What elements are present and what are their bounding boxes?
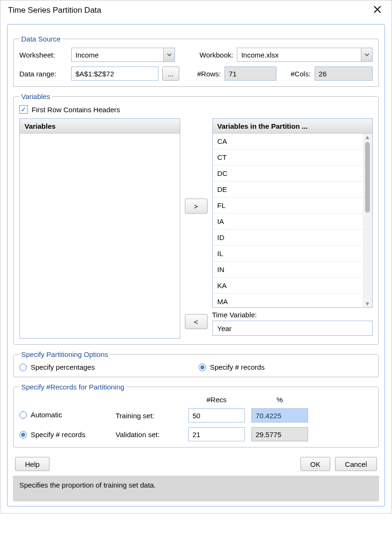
partition-variables-items: CA CT DC DE FL IA ID IL IN KA MA [213, 133, 363, 307]
validation-pct-value: 29.5775 [251, 427, 308, 441]
dialog-body: Data Source Worksheet: Income Workbook: … [0, 24, 392, 513]
data-source-legend: Data Source [19, 35, 62, 43]
ok-button[interactable]: OK [300, 457, 331, 471]
available-variables-header: Variables [19, 118, 180, 133]
training-recs-input[interactable] [188, 408, 245, 422]
specify-records-manual-radio[interactable]: Specify # records [19, 431, 85, 439]
radio-icon [19, 364, 27, 371]
list-item[interactable]: KA [213, 278, 363, 294]
pct-header: % [251, 396, 308, 404]
cancel-button[interactable]: Cancel [335, 457, 377, 471]
workbook-value: Income.xlsx [241, 51, 278, 59]
first-row-headers-checkbox[interactable]: ✓ First Row Contains Headers [19, 105, 120, 114]
validation-set-label: Validation set: [116, 431, 182, 439]
available-variables-column: Variables [19, 118, 180, 339]
workbook-label: Workbook: [200, 51, 233, 59]
records-options-legend: Specify #Records for Partitioning [19, 383, 126, 391]
radio-icon [199, 364, 206, 371]
scroll-down-icon[interactable]: ▼ [365, 301, 370, 306]
main-panel: Data Source Worksheet: Income Workbook: … [7, 24, 385, 506]
rows-value: 71 [225, 66, 276, 81]
dual-list: Variables > < Variables in the Partition… [19, 118, 373, 339]
automatic-radio[interactable]: Automatic [19, 411, 62, 419]
variables-legend: Variables [19, 92, 52, 100]
specify-records-radio[interactable]: Specify # records [199, 363, 265, 371]
partition-options-group: Specify Partitioning Options Specify per… [13, 350, 379, 377]
time-variable-value: Year [217, 324, 232, 332]
scroll-up-icon[interactable]: ▲ [365, 134, 370, 140]
list-item[interactable]: IL [213, 246, 363, 262]
worksheet-value: Income [75, 51, 99, 59]
status-bar: Specifies the proportion of training set… [13, 476, 379, 501]
training-set-label: Training set: [116, 412, 182, 420]
titlebar: Time Series Partition Data [0, 0, 392, 20]
cols-value: 26 [315, 66, 373, 81]
scrollbar[interactable]: ▲ ▼ [363, 133, 372, 307]
specify-records-manual-label: Specify # records [31, 431, 85, 439]
specify-percentages-radio[interactable]: Specify percentages [19, 363, 180, 371]
list-item[interactable]: IA [213, 214, 363, 230]
worksheet-combo[interactable]: Income [71, 48, 175, 62]
records-options-group: Specify #Records for Partitioning #Recs … [13, 383, 379, 447]
button-row: Help OK Cancel [13, 457, 379, 471]
list-item[interactable]: MA [213, 294, 363, 307]
data-range-input[interactable] [71, 66, 158, 81]
automatic-label: Automatic [31, 411, 62, 419]
validation-recs-input[interactable] [188, 427, 245, 441]
close-icon[interactable] [371, 5, 384, 16]
data-range-label: Data range: [19, 70, 67, 78]
data-range-browse-button[interactable]: ... [162, 66, 179, 81]
move-left-button[interactable]: < [185, 314, 208, 329]
radio-icon [19, 431, 27, 439]
move-right-button[interactable]: > [185, 199, 208, 214]
data-source-group: Data Source Worksheet: Income Workbook: … [13, 35, 379, 87]
chevron-down-icon[interactable] [163, 48, 175, 61]
specify-records-label: Specify # records [210, 363, 265, 371]
time-variable-label: Time Variable: [212, 311, 373, 319]
list-item[interactable]: DE [213, 182, 363, 198]
scrollbar-thumb[interactable] [365, 142, 370, 213]
radio-icon [19, 411, 27, 419]
cols-label: #Cols: [291, 70, 311, 78]
window-title: Time Series Partition Data [8, 6, 101, 15]
first-row-headers-label: First Row Contains Headers [32, 106, 120, 114]
worksheet-label: Worksheet: [19, 51, 67, 59]
list-item[interactable]: CA [213, 133, 363, 149]
available-variables-list[interactable] [19, 133, 180, 339]
list-item[interactable]: DC [213, 166, 363, 182]
chevron-down-icon[interactable] [361, 48, 372, 61]
recs-header: #Recs [188, 396, 245, 404]
specify-percentages-label: Specify percentages [31, 363, 95, 371]
help-button[interactable]: Help [15, 457, 50, 471]
partition-variables-list[interactable]: CA CT DC DE FL IA ID IL IN KA MA [212, 133, 373, 308]
partition-options-legend: Specify Partitioning Options [19, 350, 110, 358]
partition-variables-header: Variables in the Partition ... [212, 118, 373, 133]
move-buttons-column: > < [185, 118, 208, 339]
training-pct-value: 70.4225 [251, 408, 308, 422]
rows-label: #Rows: [197, 70, 221, 78]
dialog-window: Time Series Partition Data Data Source W… [0, 0, 392, 514]
time-variable-section: Time Variable: Year [212, 311, 373, 336]
list-item[interactable]: ID [213, 230, 363, 246]
check-icon: ✓ [19, 105, 28, 114]
list-item[interactable]: IN [213, 262, 363, 278]
partition-variables-column: Variables in the Partition ... CA CT DC … [212, 118, 373, 339]
time-variable-input[interactable]: Year [212, 321, 373, 336]
list-item[interactable]: CT [213, 149, 363, 166]
variables-group: Variables ✓ First Row Contains Headers V… [13, 92, 379, 345]
workbook-combo[interactable]: Income.xlsx [237, 48, 373, 62]
list-item[interactable]: FL [213, 198, 363, 214]
